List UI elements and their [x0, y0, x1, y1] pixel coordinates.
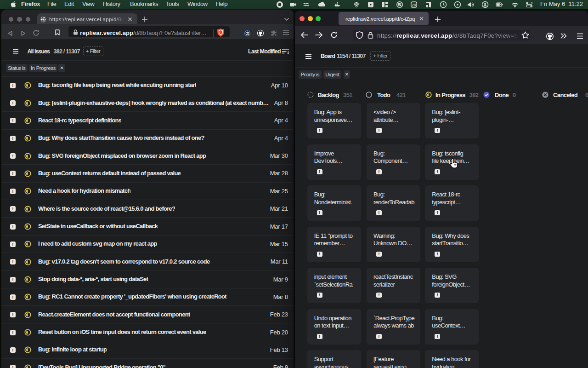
svg-text:29: 29 [412, 2, 416, 7]
